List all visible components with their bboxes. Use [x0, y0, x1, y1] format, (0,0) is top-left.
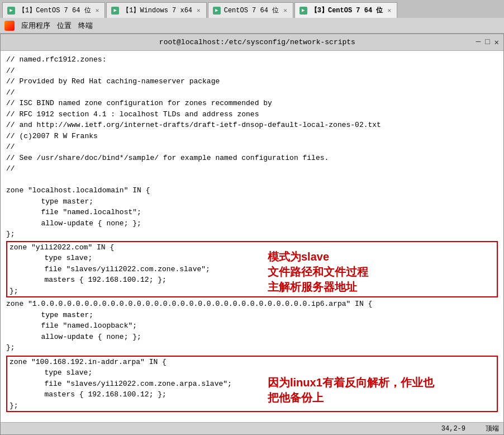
tab-4-icon: ▶: [299, 7, 307, 15]
annotation-1-line2: 文件路径和文件过程: [268, 264, 368, 280]
annotation-2: 因为linux1有着反向解析，作业也 把他备份上: [268, 375, 434, 405]
zone2-code: zone "yili2022.com" IN { type slave; fil…: [9, 242, 495, 297]
cursor-position: 34,2-9: [441, 425, 465, 433]
tab-4-close[interactable]: ✕: [386, 7, 392, 14]
menu-app-label: 应用程序: [21, 21, 50, 31]
tab-1[interactable]: ▶ 【1】CentOS 7 64 位 ✕: [2, 2, 105, 18]
window-controls: ─ □ ✕: [476, 37, 499, 47]
tab-1-label: 【1】CentOS 7 64 位: [18, 6, 91, 15]
annotation-2-line2: 把他备份上: [268, 390, 434, 405]
app-icon: [4, 21, 15, 31]
zone2-highlight: zone "yili2022.com" IN { type slave; fil…: [6, 241, 498, 298]
menu-app[interactable]: 应用程序: [21, 21, 50, 31]
terminal-window: root@localhost:/etc/sysconfig/network-sc…: [0, 34, 504, 435]
menu-bar: 应用程序 位置 终端: [0, 18, 504, 34]
maximize-button[interactable]: □: [485, 37, 489, 47]
annotation-2-line1: 因为linux1有着反向解析，作业也: [268, 375, 434, 390]
terminal-content[interactable]: // named.rfc1912.zones: // // Provided b…: [1, 51, 503, 422]
window-title: root@localhost:/etc/sysconfig/network-sc…: [159, 38, 355, 46]
tab-1-close[interactable]: ✕: [94, 7, 101, 14]
tab-3-icon: ▶: [213, 7, 221, 15]
status-bar: 34,2-9 顶端: [1, 422, 503, 434]
tab-4-label: 【3】CentOS 7 64 位: [311, 6, 383, 15]
annotation-1-line1: 模式为slave: [268, 249, 368, 264]
tab-3-close[interactable]: ✕: [282, 7, 288, 14]
tab-2[interactable]: ▶ 【1】Windows 7 x64 ✕: [106, 2, 206, 18]
tab-2-close[interactable]: ✕: [196, 7, 202, 14]
zone3-code: zone "1.0.0.0.0.0.0.0.0.0.0.0.0.0.0.0.0.…: [6, 299, 498, 353]
annotation-1: 模式为slave 文件路径和文件过程 主解析服务器地址: [268, 249, 368, 295]
tab-1-icon: ▶: [7, 7, 15, 15]
tab-3-label: CentOS 7 64 位: [224, 6, 279, 15]
tab-2-icon: ▶: [111, 7, 119, 15]
menu-terminal[interactable]: 终端: [78, 21, 93, 31]
menu-terminal-label: 终端: [78, 21, 93, 31]
menu-location-label: 位置: [57, 21, 72, 31]
scroll-position: 顶端: [486, 424, 499, 433]
annotation-1-line3: 主解析服务器地址: [268, 280, 368, 295]
tab-2-label: 【1】Windows 7 x64: [122, 6, 192, 15]
title-bar: root@localhost:/etc/sysconfig/network-sc…: [1, 34, 503, 51]
tab-4[interactable]: ▶ 【3】CentOS 7 64 位 ✕: [294, 2, 397, 18]
status-spacer: [472, 424, 479, 433]
close-button[interactable]: ✕: [495, 37, 499, 47]
menu-location[interactable]: 位置: [57, 21, 72, 31]
minimize-button[interactable]: ─: [476, 37, 481, 47]
tab-3[interactable]: ▶ CentOS 7 64 位 ✕: [208, 2, 293, 18]
tab-bar: ▶ 【1】CentOS 7 64 位 ✕ ▶ 【1】Windows 7 x64 …: [0, 0, 504, 18]
code-block: // named.rfc1912.zones: // // Provided b…: [6, 54, 498, 240]
